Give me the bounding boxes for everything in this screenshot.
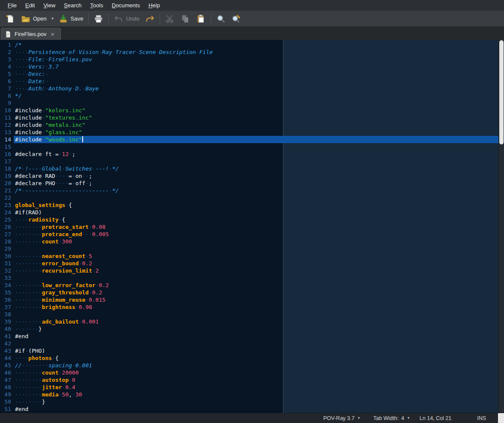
code-line[interactable]: ········count·20000 [14,369,498,376]
code-line[interactable]: ········adc_bailout·0.001 [14,318,498,325]
code-line[interactable]: #declare·RAD····=·on··; [14,172,498,180]
code-line[interactable]: ····Persistence·of·Vision·Ray·Tracer·Sce… [14,48,498,56]
code-line[interactable]: #include·"glass.inc" [14,129,498,136]
paste-button[interactable] [193,12,209,26]
code-line[interactable]: ····Auth:·Anthony·D.·Baye [14,85,498,92]
status-bar: POV-Ray 3.7 ▼ Tab Width: 4 ▼ Ln 14, Col … [0,413,504,423]
code-line[interactable]: ········media·50,·30 [14,391,498,398]
menu-edit[interactable]: Edit [21,0,39,10]
code-line[interactable]: //········spacing·0.001 [14,362,498,369]
tab-bar: FireFlies.pov × [0,27,504,40]
tab-label: FireFlies.pov [15,31,46,37]
tab-close-icon[interactable]: × [49,31,56,37]
save-button[interactable]: Save [56,12,86,26]
code-line[interactable]: ····Vers:·3.7 [14,63,498,70]
code-line[interactable]: #if·(PHO) [14,347,498,354]
language-selector[interactable]: POV-Ray 3.7 ▼ [320,414,364,422]
code-line[interactable]: ····File:·FireFlies.pov [14,56,498,63]
code-line[interactable]: ········pretrace_end···0.005 [14,231,498,238]
redo-button[interactable] [142,12,158,26]
code-line[interactable] [14,99,498,107]
menu-tools[interactable]: Tools [86,0,107,10]
code-line[interactable]: /*·-------------------------·*/ [14,187,498,194]
code-line[interactable]: #include·"textures.inc" [14,114,498,121]
code-line[interactable]: ········} [14,398,498,405]
code-line[interactable]: global_settings·{ [14,201,498,209]
code-line[interactable] [14,158,498,165]
copy-button[interactable] [178,12,193,26]
menu-file[interactable]: File [3,0,21,10]
code-line[interactable]: #declare·PHO····=·off·; [14,180,498,187]
code-line[interactable]: ····photons·{ [14,354,498,362]
code-line[interactable]: ·······} [14,325,498,333]
code-line[interactable]: #include·"woods.inc" [14,136,498,143]
code-line[interactable]: ········pretrace_start·0.08 [14,223,498,231]
code-line[interactable] [14,245,498,252]
line-number: 7 [0,85,11,92]
code-line[interactable]: #end [14,333,498,340]
menu-search[interactable]: Search [60,0,86,10]
line-number: 39 [0,318,11,325]
code-line[interactable]: ········count·300 [14,238,498,245]
code-area[interactable]: /*····Persistence·of·Vision·Ray·Tracer·S… [14,40,498,413]
code-line[interactable]: ········jitter·0.4 [14,384,498,391]
code-line[interactable]: ····Desc:· [14,70,498,78]
code-line[interactable]: ········minimum_reuse·0.015 [14,296,498,303]
code-line[interactable]: #include·"kolors.inc" [14,107,498,114]
code-line[interactable]: ····Date:· [14,78,498,85]
code-line[interactable]: ········autostop·0 [14,376,498,384]
new-document-button[interactable] [3,12,18,26]
find-button[interactable] [213,12,229,26]
code-line[interactable] [14,340,498,347]
toolbar-separator [160,14,160,24]
code-line[interactable]: #if(RAD) [14,209,498,216]
line-number: 12 [0,121,11,129]
menu-help[interactable]: Help [144,0,164,10]
code-line[interactable] [14,311,498,318]
code-line[interactable]: ····radiosity·{ [14,216,498,223]
code-line[interactable]: ········low_error_factor·0.2 [14,282,498,289]
code-line[interactable] [14,143,498,150]
tab-width-label: Tab Width: [373,415,399,421]
line-number: 38 [0,311,11,318]
code-line[interactable] [14,194,498,201]
line-number: 49 [0,391,11,398]
line-number: 23 [0,201,11,209]
open-button[interactable]: Open [18,12,50,26]
open-dropdown-button[interactable]: ▼ [50,12,56,26]
print-button[interactable] [91,12,106,26]
code-line[interactable]: ········nearest_count·5 [14,252,498,260]
resize-grip[interactable] [498,413,504,423]
code-line[interactable]: /*·!---·Global·Switches·---!·*/ [14,165,498,172]
code-line[interactable]: /* [14,41,498,48]
code-lines[interactable]: /*····Persistence·of·Vision·Ray·Tracer·S… [14,41,498,413]
code-line[interactable]: #include·"metals.inc" [14,121,498,129]
code-line[interactable]: ········error_bound·0.2 [14,260,498,267]
vertical-scrollbar[interactable] [498,40,504,413]
cut-button[interactable] [162,12,178,26]
line-number: 10 [0,107,11,114]
code-line[interactable]: ········gray_threshold·0.2 [14,289,498,296]
tab-width-value: 4 [401,415,404,421]
line-number: 1 [0,41,11,48]
line-number: 20 [0,180,11,187]
code-line[interactable]: #declare·ft·=·12·; [14,150,498,158]
menu-documents[interactable]: Documents [107,0,144,10]
line-number: 2 [0,48,11,56]
line-number: 19 [0,172,11,180]
find-replace-button[interactable] [229,12,244,26]
chevron-down-icon: ▼ [357,416,361,420]
undo-button[interactable]: Undo [111,12,142,26]
line-number: 22 [0,194,11,201]
open-folder-icon [21,14,30,24]
code-line[interactable] [14,274,498,282]
menu-view[interactable]: View [39,0,60,10]
scrollbar-thumb[interactable] [499,40,504,144]
line-number: 11 [0,114,11,121]
code-line[interactable]: */ [14,92,498,99]
code-line[interactable]: #end [14,405,498,413]
code-line[interactable]: ········recursion_limit·2 [14,267,498,274]
tab-fireflies[interactable]: FireFlies.pov × [1,28,61,40]
tab-width-selector[interactable]: Tab Width: 4 ▼ [370,414,414,422]
code-line[interactable]: ········brightness·0.98 [14,303,498,311]
